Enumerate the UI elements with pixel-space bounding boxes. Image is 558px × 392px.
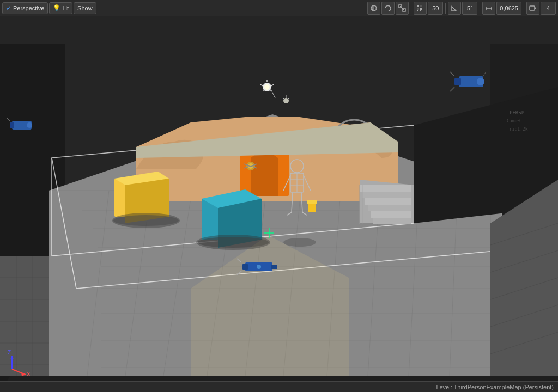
toolbar: ✓ Perspective 💡 Lit Show — [0, 0, 558, 16]
svg-point-122 — [257, 265, 261, 269]
svg-rect-89 — [307, 200, 317, 204]
svg-rect-11 — [417, 10, 418, 11]
svg-rect-12 — [420, 10, 421, 11]
svg-rect-119 — [271, 265, 277, 269]
scene-viewport[interactable]: Z X PERSP Cam:0 Tri:1.2k — [0, 16, 558, 392]
svg-rect-16 — [530, 6, 535, 10]
scale-value[interactable]: 0,0625 — [496, 2, 521, 15]
svg-rect-61 — [368, 205, 411, 211]
svg-rect-112 — [454, 78, 461, 85]
svg-point-125 — [283, 238, 316, 247]
svg-text:Z: Z — [8, 350, 11, 356]
grid-icon[interactable] — [414, 2, 427, 15]
svg-rect-59 — [362, 192, 411, 198]
camera-icon[interactable] — [526, 2, 539, 15]
svg-point-113 — [477, 78, 484, 85]
separator-2 — [411, 3, 411, 14]
lit-icon: 💡 — [53, 4, 60, 11]
svg-rect-58 — [360, 185, 411, 192]
separator-4 — [480, 3, 480, 14]
viewport: ✓ Perspective 💡 Lit Show — [0, 0, 558, 392]
lit-button[interactable]: 💡 Lit — [49, 2, 72, 14]
fov-value[interactable]: 50 — [428, 2, 443, 15]
toolbar-right: 50 5° 0,0625 4 — [367, 2, 556, 15]
separator-1 — [99, 3, 99, 14]
svg-text:X: X — [27, 371, 31, 377]
separator-3 — [445, 3, 446, 14]
svg-point-108 — [27, 122, 32, 128]
svg-rect-62 — [371, 211, 411, 218]
svg-rect-63 — [373, 218, 411, 224]
camera-count[interactable]: 4 — [541, 2, 556, 15]
svg-text:Tri:1.2k: Tri:1.2k — [507, 127, 528, 132]
rotate-icon[interactable] — [381, 2, 395, 15]
svg-rect-9 — [417, 8, 419, 10]
angle-value[interactable]: 5° — [462, 2, 477, 15]
transform-icon-1[interactable] — [367, 2, 380, 15]
perspective-label: Perspective — [13, 5, 44, 11]
angle-icon[interactable] — [448, 2, 461, 15]
svg-rect-10 — [420, 8, 422, 10]
lit-label: Lit — [62, 5, 69, 11]
scene-svg: Z X PERSP Cam:0 Tri:1.2k — [0, 16, 558, 392]
statusbar: Level: ThirdPersonExampleMap (Persistent… — [0, 381, 558, 392]
svg-point-123 — [112, 213, 180, 228]
svg-rect-107 — [10, 122, 14, 128]
show-button[interactable]: Show — [74, 2, 96, 14]
svg-marker-126 — [0, 256, 49, 376]
svg-text:Cam:0: Cam:0 — [507, 119, 520, 124]
scale-snap-icon[interactable] — [482, 2, 495, 15]
separator-5 — [524, 3, 524, 14]
svg-rect-60 — [365, 198, 411, 205]
level-text: Level: ThirdPersonExampleMap (Persistent… — [436, 384, 554, 390]
svg-text:PERSP: PERSP — [510, 110, 525, 115]
show-label: Show — [77, 5, 93, 11]
svg-rect-118 — [242, 264, 248, 270]
svg-point-124 — [196, 235, 270, 250]
svg-rect-8 — [420, 5, 422, 7]
svg-rect-7 — [417, 5, 419, 7]
svg-point-91 — [264, 84, 270, 90]
perspective-button[interactable]: ✓ Perspective — [2, 2, 48, 14]
scale-icon[interactable] — [396, 2, 409, 15]
